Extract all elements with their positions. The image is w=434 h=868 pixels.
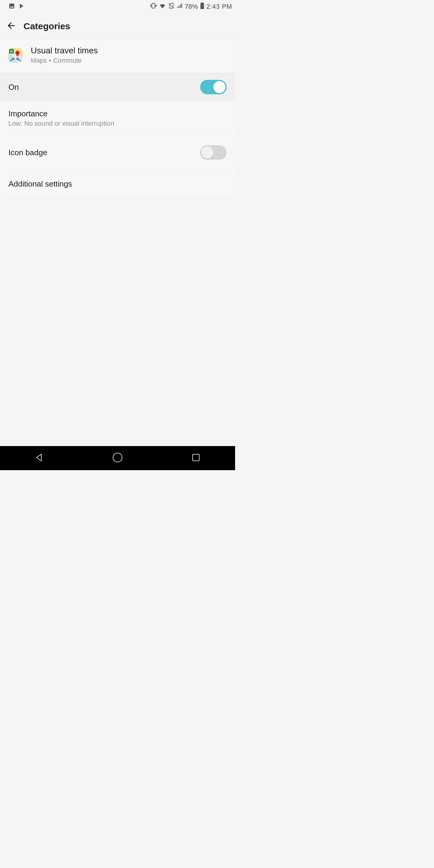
svg-marker-9 [36, 454, 41, 461]
battery-percent: 78% [185, 3, 198, 10]
status-bar: 78% 2:43 PM [0, 0, 235, 13]
svg-point-8 [17, 52, 19, 54]
enable-toggle[interactable] [200, 80, 227, 94]
importance-value: Low: No sound or visual interruption [8, 120, 227, 127]
on-label: On [8, 83, 19, 92]
svg-rect-11 [193, 454, 199, 461]
channel-subtitle: Maps • Commute [31, 57, 98, 64]
page-title: Categories [24, 21, 70, 31]
svg-text:G: G [10, 50, 13, 53]
content: G Usual travel times Maps • Commute On I… [0, 39, 235, 198]
clock: 2:43 PM [207, 3, 232, 10]
status-right: 78% 2:43 PM [150, 2, 232, 11]
signal-icon [176, 2, 183, 11]
additional-settings-label: Additional settings [8, 179, 72, 189]
circle-home-icon [112, 452, 123, 464]
triangle-back-icon [34, 453, 44, 464]
row-importance[interactable]: Importance Low: No sound or visual inter… [0, 101, 235, 135]
svg-point-10 [113, 453, 122, 462]
nav-home-button[interactable] [111, 452, 124, 465]
wifi-icon [159, 2, 166, 11]
icon-badge-label: Icon badge [8, 148, 47, 157]
channel-header: G Usual travel times Maps • Commute [0, 39, 235, 73]
arrow-back-icon [6, 21, 16, 32]
back-button[interactable] [5, 21, 17, 32]
image-notification-icon [8, 3, 15, 10]
icon-badge-toggle[interactable] [200, 145, 227, 160]
status-left-icons [3, 3, 25, 10]
navigation-bar [0, 446, 235, 470]
row-icon-badge[interactable]: Icon badge [0, 135, 235, 169]
vibrate-icon [150, 2, 157, 11]
play-store-icon [19, 3, 25, 10]
no-sim-icon [168, 2, 175, 11]
maps-app-icon: G [8, 48, 22, 62]
square-recents-icon [191, 453, 201, 464]
battery-icon [200, 2, 205, 11]
nav-recents-button[interactable] [189, 452, 203, 465]
row-additional-settings[interactable]: Additional settings [0, 170, 235, 198]
app-bar: Categories [0, 13, 235, 39]
nav-back-button[interactable] [33, 452, 46, 465]
importance-label: Importance [8, 109, 227, 119]
row-enable[interactable]: On [0, 73, 235, 101]
channel-title: Usual travel times [31, 46, 98, 56]
